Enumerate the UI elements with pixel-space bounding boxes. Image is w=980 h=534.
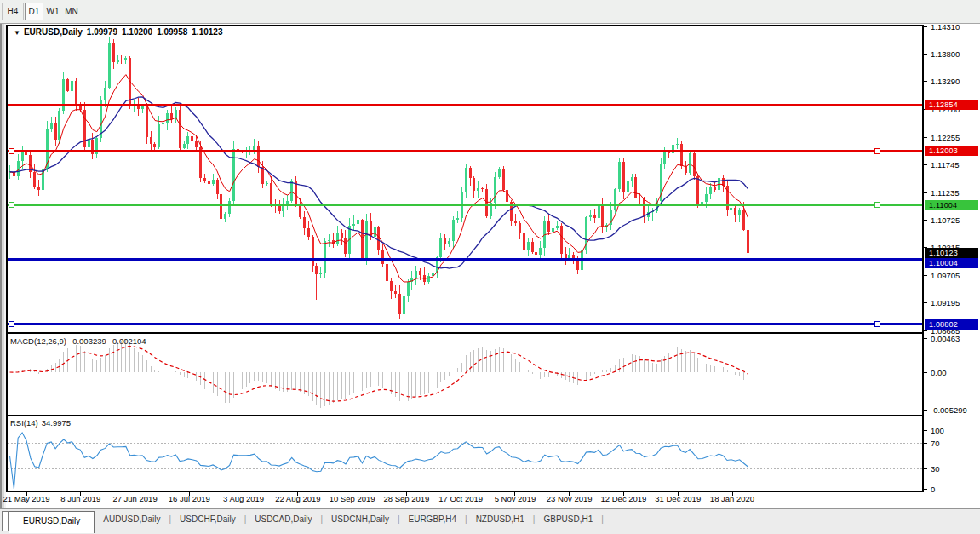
price-tick-mark	[924, 302, 927, 303]
price-tick-mark	[924, 220, 927, 221]
price-level-label: 1.08802	[925, 319, 978, 330]
date-label: 27 Jun 2019	[112, 494, 157, 503]
rsi-tick: 70	[931, 439, 940, 448]
toolbar-separator	[83, 3, 83, 20]
timeframe-d1[interactable]: D1	[25, 3, 43, 20]
tab-audusd-daily[interactable]: AUDUSD,Daily	[95, 509, 169, 530]
price-tick: 1.13290	[931, 77, 960, 86]
macd-value: -0.003239	[70, 336, 106, 346]
tab-nzdusd-h1[interactable]: NZDUSD,H1	[467, 509, 533, 530]
rsi-tick-mark	[924, 489, 927, 490]
chart-title: ▼EURUSD,Daily1.099791.102001.099581.1012…	[14, 27, 226, 37]
macd-tick-mark	[924, 372, 927, 373]
current-price-label: 1.10123	[925, 248, 978, 258]
tab-stub[interactable]	[2, 511, 9, 531]
macd-tick-mark	[924, 338, 927, 339]
price-chart[interactable]	[6, 24, 924, 508]
date-label: 21 May 2019	[3, 494, 50, 503]
price-tick: 1.12255	[931, 133, 960, 142]
macd-tick: -0.005299	[931, 405, 967, 415]
price-tick: 1.10725	[931, 215, 960, 225]
macd-tick-mark	[924, 410, 927, 411]
price-tick-mark	[924, 164, 927, 165]
tab-usdcad-daily[interactable]: USDCAD,Daily	[246, 509, 320, 530]
price-tick: 1.11235	[931, 188, 960, 198]
bar-low: 1.09958	[157, 27, 187, 37]
price-tick: 1.13800	[931, 49, 960, 59]
symbol-dropdown-icon[interactable]: ▼	[14, 29, 20, 37]
tab-eurgbp-h4[interactable]: EURGBP,H4	[400, 509, 466, 530]
rsi-caption: RSI(14)34.9975	[10, 418, 74, 428]
chart-symbol: EURUSD,Daily	[24, 27, 83, 37]
macd-tick: 0.00463	[931, 334, 960, 343]
rsi-tick-mark	[924, 430, 927, 431]
price-level-label: 1.11004	[925, 200, 978, 210]
price-tick: 1.09705	[931, 271, 960, 280]
price-tick-mark	[924, 330, 927, 331]
tab-usdchf-daily[interactable]: USDCHF,Daily	[171, 509, 244, 530]
macd-signal-value: -0.002104	[110, 336, 146, 346]
rsi-label: RSI(14)	[10, 418, 38, 428]
window-edge	[0, 24, 6, 508]
rsi-tick-mark	[924, 443, 927, 444]
date-label: 23 Nov 2019	[547, 494, 593, 503]
price-axis[interactable]: 1.143101.138001.132901.127801.122551.117…	[924, 24, 980, 508]
price-tick: 1.11745	[931, 160, 960, 169]
bar-open: 1.09979	[87, 27, 117, 37]
tab-gbpusd-h1[interactable]: GBPUSD,H1	[535, 509, 601, 530]
date-label: 5 Nov 2019	[495, 494, 536, 503]
bar-high: 1.10200	[122, 27, 152, 37]
timeframe-h4[interactable]: H4	[3, 3, 22, 20]
toolbar-separator	[2, 3, 3, 20]
date-label: 8 Jun 2019	[60, 494, 100, 503]
date-label: 22 Aug 2019	[275, 494, 320, 503]
price-level-label: 1.10004	[925, 258, 978, 268]
date-label: 17 Oct 2019	[438, 494, 483, 503]
price-tick: 1.09195	[931, 298, 960, 307]
rsi-value: 34.9975	[42, 418, 71, 428]
date-label: 16 Jul 2019	[169, 494, 210, 503]
timeframe-mn[interactable]: MN	[62, 3, 81, 20]
date-label: 18 Jan 2020	[710, 494, 754, 503]
price-tick-mark	[924, 275, 927, 276]
rsi-tick: 30	[931, 464, 940, 474]
date-label: 12 Dec 2019	[601, 494, 647, 503]
date-label: 10 Sep 2019	[330, 494, 375, 503]
chart-tabs-bar: EURUSD,DailyAUDUSD,Daily|USDCHF,Daily|US…	[0, 508, 980, 534]
macd-tick: 0.00	[931, 368, 947, 377]
toolbar-separator	[23, 3, 24, 20]
macd-caption: MACD(12,26,9)-0.003239-0.002104	[10, 336, 150, 346]
rsi-tick: 0	[931, 485, 935, 494]
timeframe-toolbar: H4D1W1MN	[0, 0, 980, 24]
price-level-label: 1.12003	[925, 146, 978, 156]
tab-separator: |	[601, 509, 604, 533]
macd-label: MACD(12,26,9)	[10, 336, 66, 346]
bar-close: 1.10123	[192, 27, 222, 37]
price-tick-mark	[924, 26, 927, 27]
tab-usdcnh-daily[interactable]: USDCNH,Daily	[323, 509, 398, 530]
tab-eurusd-daily[interactable]: EURUSD,Daily	[9, 511, 95, 533]
time-axis[interactable]: 21 May 20198 Jun 201927 Jun 201916 Jul 2…	[6, 492, 924, 508]
price-tick-mark	[924, 54, 927, 55]
timeframe-w1[interactable]: W1	[43, 3, 62, 20]
rsi-tick-mark	[924, 468, 927, 469]
price-level-label: 1.12854	[925, 100, 978, 110]
date-label: 3 Aug 2019	[223, 494, 264, 503]
date-label: 31 Dec 2019	[655, 494, 701, 503]
rsi-tick: 100	[931, 426, 944, 435]
price-tick-mark	[924, 192, 927, 193]
price-tick-mark	[924, 137, 927, 138]
date-label: 28 Sep 2019	[383, 494, 429, 503]
price-tick-mark	[924, 81, 927, 82]
